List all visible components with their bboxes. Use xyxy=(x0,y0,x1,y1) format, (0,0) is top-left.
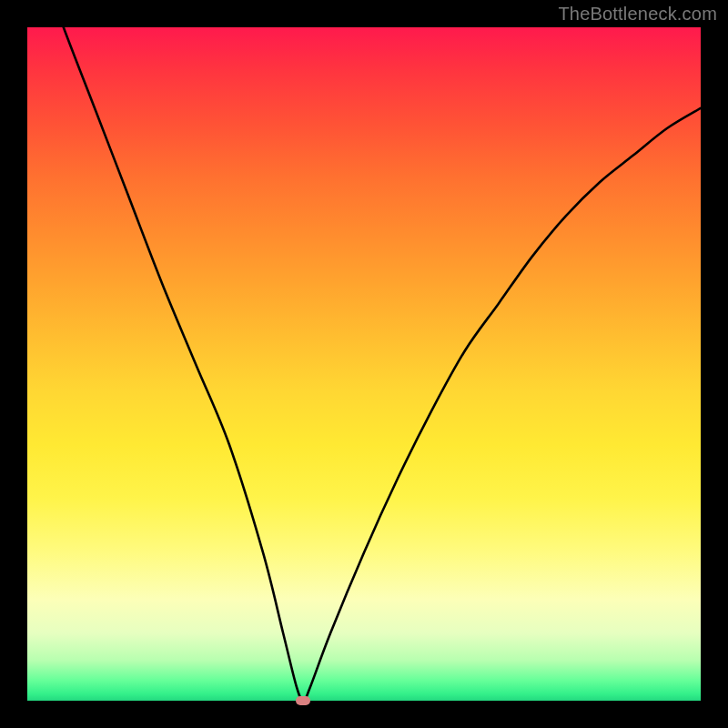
minimum-marker xyxy=(296,696,310,705)
watermark-text: TheBottleneck.com xyxy=(558,4,717,25)
curve-svg xyxy=(27,27,701,701)
plot-area xyxy=(27,27,701,701)
chart-frame: TheBottleneck.com xyxy=(0,0,728,728)
bottleneck-curve xyxy=(27,27,701,701)
